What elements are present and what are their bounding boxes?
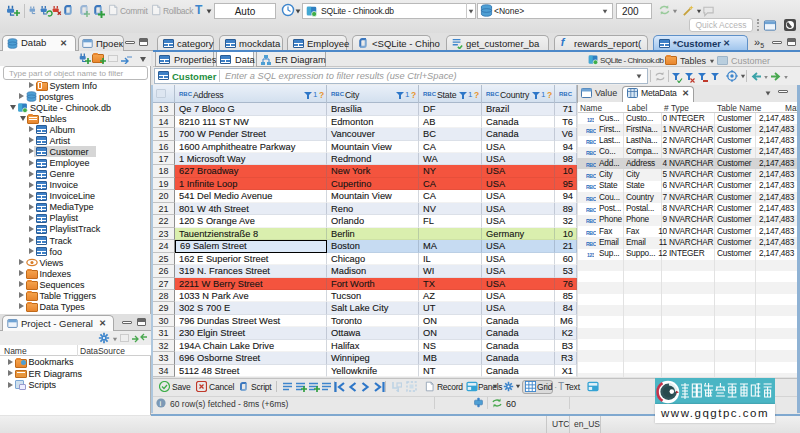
svg-text:i: i	[159, 399, 161, 408]
